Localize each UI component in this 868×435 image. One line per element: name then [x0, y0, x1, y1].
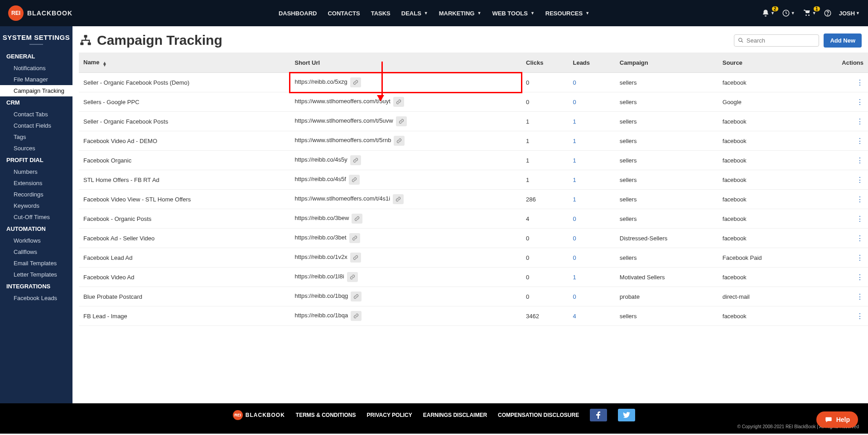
user-menu[interactable]: JOSH ▼ — [839, 10, 860, 17]
copy-link-button[interactable] — [393, 97, 404, 107]
sidebar-item[interactable]: Numbers — [0, 166, 72, 177]
copy-link-button[interactable] — [349, 233, 360, 243]
col-header-leads: Leads — [568, 53, 615, 73]
leads-link[interactable]: 4 — [573, 313, 576, 320]
campaign-name[interactable]: Facebook Video Ad - DEMO — [79, 131, 290, 151]
campaign-name[interactable]: Seller - Organic Facebook Posts (Demo) — [79, 73, 290, 92]
leads-link[interactable]: 0 — [573, 254, 576, 261]
leads-link[interactable]: 1 — [573, 196, 576, 203]
nav-link[interactable]: MARKETING▼ — [439, 10, 482, 17]
sidebar-item[interactable]: Email Templates — [0, 258, 72, 269]
campaign-name[interactable]: Facebook Organic — [79, 151, 290, 170]
short-url-cell: https://www.stlhomeoffers.com/t/4s1i — [290, 190, 521, 209]
notifications-bell[interactable]: 2 ▼ — [762, 9, 775, 17]
leads-link[interactable]: 0 — [573, 99, 576, 105]
sidebar-item[interactable]: Tags — [0, 131, 72, 143]
campaign-name[interactable]: FB Lead - Image — [79, 306, 290, 326]
footer-link[interactable]: TERMS & CONDITIONS — [296, 412, 356, 418]
col-header-name[interactable]: Name ▲▼ — [79, 53, 290, 73]
copy-link-button[interactable] — [393, 194, 404, 204]
leads-link[interactable]: 0 — [573, 79, 576, 86]
footer-link[interactable]: EARNINGS DISCLAIMER — [423, 412, 487, 418]
copy-link-button[interactable] — [349, 175, 360, 185]
leads-link[interactable]: 0 — [573, 235, 576, 242]
row-actions-menu[interactable]: ⋮ — [856, 215, 863, 223]
copy-link-button[interactable] — [347, 272, 358, 282]
sidebar-item[interactable]: Keywords — [0, 200, 72, 211]
nav-link[interactable]: DEALS▼ — [401, 10, 428, 17]
logo[interactable]: REI BLACKBOOK — [8, 5, 72, 21]
sidebar-item[interactable]: Contact Fields — [0, 120, 72, 131]
copy-link-button[interactable] — [394, 136, 405, 146]
row-actions-menu[interactable]: ⋮ — [856, 312, 863, 320]
row-actions-menu[interactable]: ⋮ — [856, 118, 863, 125]
col-header-clicks: Clicks — [521, 53, 568, 73]
row-actions-menu[interactable]: ⋮ — [856, 273, 863, 281]
sidebar-item[interactable]: Campaign Tracking — [0, 85, 72, 96]
copy-link-button[interactable] — [352, 214, 362, 224]
copy-link-button[interactable] — [350, 155, 361, 165]
sidebar-item[interactable]: File Manager — [0, 74, 72, 85]
sidebar-item[interactable]: Recordings — [0, 189, 72, 200]
search-box[interactable] — [734, 34, 819, 47]
row-actions-menu[interactable]: ⋮ — [856, 254, 863, 262]
sidebar-item[interactable]: Cut-Off Times — [0, 211, 72, 223]
footer-logo[interactable]: REI BLACKBOOK — [233, 410, 285, 420]
leads-link[interactable]: 0 — [573, 215, 576, 222]
footer: REI BLACKBOOK TERMS & CONDITIONSPRIVACY … — [0, 403, 868, 434]
row-actions-menu[interactable]: ⋮ — [856, 293, 863, 301]
help-button[interactable]: Help — [816, 411, 858, 428]
leads-link[interactable]: 1 — [573, 138, 576, 144]
sidebar-item[interactable]: Notifications — [0, 62, 72, 74]
copy-link-button[interactable] — [351, 311, 362, 321]
link-icon — [350, 274, 355, 280]
leads-link[interactable]: 1 — [573, 118, 576, 125]
facebook-social-link[interactable] — [590, 409, 607, 421]
campaign-name[interactable]: Seller - Organic Facebook Posts — [79, 112, 290, 131]
campaign-name[interactable]: Facebook Ad - Seller Video — [79, 229, 290, 248]
row-actions-menu[interactable]: ⋮ — [856, 176, 863, 184]
row-actions-menu[interactable]: ⋮ — [856, 98, 863, 106]
campaign-name[interactable]: Facebook Video Ad — [79, 268, 290, 287]
row-actions-menu[interactable]: ⋮ — [856, 137, 863, 145]
copy-link-button[interactable] — [351, 292, 362, 301]
nav-link[interactable]: RESOURCES▼ — [545, 10, 589, 17]
row-actions-menu[interactable]: ⋮ — [856, 196, 863, 203]
sidebar-item[interactable]: Callflows — [0, 246, 72, 258]
row-actions-menu[interactable]: ⋮ — [856, 234, 863, 242]
nav-link[interactable]: TASKS — [371, 10, 391, 17]
sidebar-item[interactable]: Letter Templates — [0, 269, 72, 280]
sidebar-item[interactable]: Contact Tabs — [0, 109, 72, 120]
leads-link[interactable]: 1 — [573, 274, 576, 281]
sidebar-item[interactable]: Facebook Leads — [0, 292, 72, 304]
copy-link-button[interactable] — [350, 77, 361, 87]
campaign-name[interactable]: Sellers - Google PPC — [79, 92, 290, 112]
copy-link-button[interactable] — [396, 116, 407, 126]
history-menu[interactable]: ▼ — [782, 9, 795, 17]
copy-link-button[interactable] — [350, 253, 361, 263]
campaign-name[interactable]: Blue Probate Postcard — [79, 287, 290, 306]
nav-link[interactable]: DASHBOARD — [279, 10, 317, 17]
sidebar-item[interactable]: Workflows — [0, 235, 72, 246]
campaign-name[interactable]: Facebook - Organic Posts — [79, 209, 290, 229]
short-url-text: https://reibb.co/3bew — [294, 215, 349, 221]
twitter-social-link[interactable] — [618, 409, 635, 421]
campaign-name[interactable]: STL Home Offers - FB RT Ad — [79, 170, 290, 190]
nav-link[interactable]: CONTACTS — [328, 10, 360, 17]
leads-link[interactable]: 1 — [573, 157, 576, 164]
row-actions-menu[interactable]: ⋮ — [856, 157, 863, 164]
footer-link[interactable]: COMPENSATION DISCLOSURE — [498, 412, 579, 418]
cart-menu[interactable]: 1 ▼ — [802, 9, 816, 17]
add-new-button[interactable]: Add New — [824, 33, 862, 48]
help-icon-top[interactable] — [824, 9, 832, 17]
row-actions-menu[interactable]: ⋮ — [856, 79, 863, 86]
nav-link[interactable]: WEB TOOLS▼ — [492, 10, 534, 17]
footer-link[interactable]: PRIVACY POLICY — [366, 412, 412, 418]
campaign-name[interactable]: Facebook Lead Ad — [79, 248, 290, 268]
sidebar-item[interactable]: Sources — [0, 143, 72, 154]
sidebar-item[interactable]: Extensions — [0, 177, 72, 189]
leads-link[interactable]: 0 — [573, 293, 576, 300]
search-input[interactable] — [747, 37, 815, 44]
campaign-name[interactable]: Facebook Video View - STL Home Offers — [79, 190, 290, 209]
leads-link[interactable]: 1 — [573, 177, 576, 183]
